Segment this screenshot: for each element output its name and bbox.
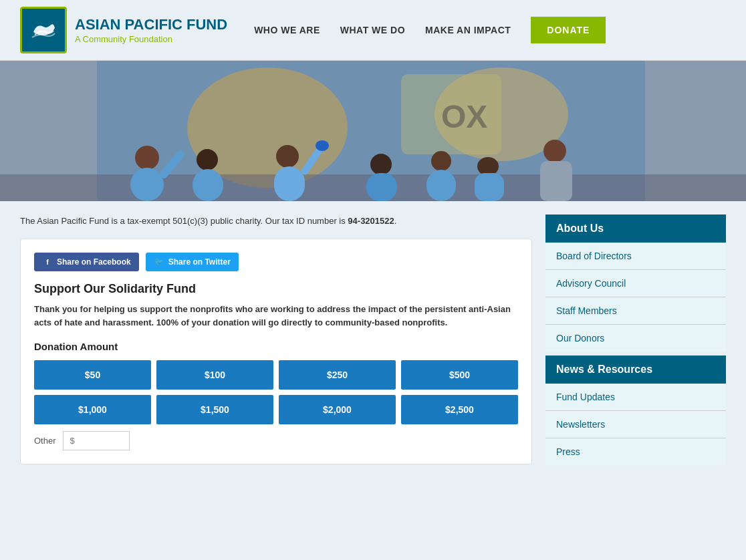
donation-card: f Share on Facebook 🐦 Share on Twitter S… xyxy=(20,239,532,465)
share-twitter-button[interactable]: 🐦 Share on Twitter xyxy=(146,253,239,271)
twitter-icon: 🐦 xyxy=(154,257,164,267)
amount-1500[interactable]: $1,500 xyxy=(156,395,273,424)
other-amount-input[interactable] xyxy=(63,431,130,450)
logo: ASIAN PACIFIC FUND A Community Foundatio… xyxy=(20,7,227,53)
svg-point-21 xyxy=(543,140,566,162)
nav-what-we-do[interactable]: WHAT WE DO xyxy=(340,25,405,35)
tax-info: The Asian Pacific Fund is a tax-exempt 5… xyxy=(20,215,532,228)
sidebar-about-us-header: About Us xyxy=(545,215,726,243)
amount-2500[interactable]: $2,500 xyxy=(401,395,518,424)
tax-info-prefix: The Asian Pacific Fund is a tax-exempt 5… xyxy=(20,216,348,226)
amount-grid: $50 $100 $250 $500 $1,000 $1,500 $2,000 … xyxy=(34,360,518,424)
svg-rect-14 xyxy=(274,166,305,201)
svg-point-11 xyxy=(197,149,218,170)
svg-point-19 xyxy=(431,151,451,171)
amount-50[interactable]: $50 xyxy=(34,360,151,390)
svg-point-8 xyxy=(135,146,159,170)
amount-250[interactable]: $250 xyxy=(279,360,396,390)
svg-rect-9 xyxy=(130,168,164,201)
twitter-label: Share on Twitter xyxy=(168,257,231,267)
logo-icon xyxy=(20,7,67,53)
amount-2000[interactable]: $2,000 xyxy=(279,395,396,424)
sidebar-item-donors[interactable]: Our Donors xyxy=(545,325,726,352)
share-buttons: f Share on Facebook 🐦 Share on Twitter xyxy=(34,253,518,271)
nav-who-we-are[interactable]: WHO WE ARE xyxy=(254,25,320,35)
hero-image: OX xyxy=(0,61,746,201)
left-column: The Asian Pacific Fund is a tax-exempt 5… xyxy=(20,215,532,469)
sidebar-item-advisory[interactable]: Advisory Council xyxy=(545,270,726,297)
svg-text:OX: OX xyxy=(441,99,487,134)
svg-rect-22 xyxy=(540,161,572,201)
fund-description: Thank you for helping us support the non… xyxy=(34,303,518,331)
sidebar-item-staff[interactable]: Staff Members xyxy=(545,297,726,325)
right-sidebar: About Us Board of Directors Advisory Cou… xyxy=(545,215,726,469)
main-nav: WHO WE ARE WHAT WE DO MAKE AN IMPACT DON… xyxy=(254,17,726,43)
svg-point-16 xyxy=(316,140,329,151)
sidebar-item-fund-updates[interactable]: Fund Updates xyxy=(545,384,726,411)
donate-button[interactable]: DONATE xyxy=(531,17,606,43)
svg-rect-20 xyxy=(426,170,456,201)
nav-make-impact[interactable]: MAKE AN IMPACT xyxy=(425,25,511,35)
fund-title: Support Our Solidarity Fund xyxy=(34,282,518,296)
amount-100[interactable]: $100 xyxy=(156,360,273,390)
svg-point-23 xyxy=(477,157,499,176)
donation-amount-label: Donation Amount xyxy=(34,341,518,352)
svg-point-17 xyxy=(370,154,392,175)
svg-rect-24 xyxy=(475,173,504,201)
facebook-label: Share on Facebook xyxy=(57,257,131,267)
share-facebook-button[interactable]: f Share on Facebook xyxy=(34,253,139,271)
svg-rect-18 xyxy=(366,173,397,201)
facebook-icon: f xyxy=(42,257,53,267)
main-content: The Asian Pacific Fund is a tax-exempt 5… xyxy=(0,201,746,482)
svg-rect-12 xyxy=(193,169,223,201)
sidebar-item-newsletters[interactable]: Newsletters xyxy=(545,411,726,438)
tax-id: 94-3201522 xyxy=(348,216,394,226)
other-label: Other xyxy=(34,436,56,446)
svg-point-13 xyxy=(276,145,299,168)
amount-500[interactable]: $500 xyxy=(401,360,518,390)
tax-info-suffix: . xyxy=(394,216,397,226)
sidebar-news-header: News & Resources xyxy=(545,356,726,384)
amount-1000[interactable]: $1,000 xyxy=(34,395,151,424)
logo-title: ASIAN PACIFIC FUND xyxy=(75,16,227,33)
logo-text: ASIAN PACIFIC FUND A Community Foundatio… xyxy=(75,16,227,44)
logo-subtitle: A Community Foundation xyxy=(75,34,227,44)
header: ASIAN PACIFIC FUND A Community Foundatio… xyxy=(0,0,746,61)
sidebar-news-resources: News & Resources Fund Updates Newsletter… xyxy=(545,356,726,465)
sidebar-about-us: About Us Board of Directors Advisory Cou… xyxy=(545,215,726,352)
sidebar-item-press[interactable]: Press xyxy=(545,438,726,465)
other-amount-row: Other xyxy=(34,431,518,450)
sidebar-item-board[interactable]: Board of Directors xyxy=(545,243,726,270)
